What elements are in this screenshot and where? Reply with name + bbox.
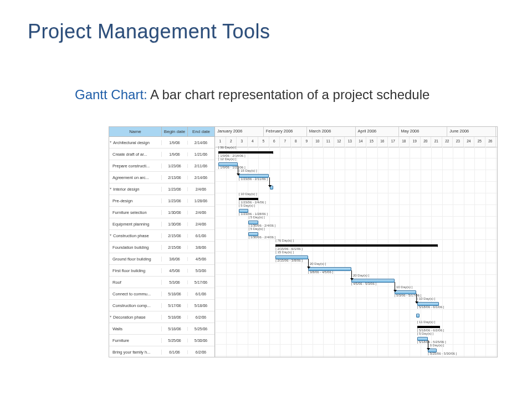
week-label: 24 [464,137,475,147]
table-row[interactable]: Pre-design1/23/061/28/06 [109,195,214,207]
table-row[interactable]: Bring your family h...6/1/066/2/06 [109,346,214,357]
week-label: 14 [356,137,367,147]
bar-duration-label: [ 11 Day(s) ] [417,320,436,324]
begin-date: 5/3/06 [162,280,188,284]
subtitle-lead: Gantt Chart: [75,87,147,102]
begin-date: 3/8/06 [162,257,188,261]
col-begin: Begin date [162,127,188,136]
end-date: 5/17/06 [188,280,214,284]
table-row[interactable]: Walls5/18/065/25/06 [109,323,214,335]
end-date: 6/1/06 [188,292,214,296]
task-bar-group: [ 5 Day(s) ][ 1/30/06 - 2/4/06 ] [215,217,497,228]
task-bar-group: [ 20 Day(s) ][ 3/8/06 - 4/5/06 ] [215,263,497,275]
month-label: June 2006 [447,127,496,136]
begin-date: 1/9/06 [162,141,188,145]
begin-date: 5/18/06 [162,327,188,331]
month-label: April 2006 [356,127,399,136]
begin-date: 5/18/06 [162,315,188,319]
week-label: 10 [313,137,324,147]
task-bar-group: [ 10 Day(s) ][ 5/3/06 - 5/17/06 ] [215,287,497,298]
begin-date: 6/1/06 [162,350,188,354]
table-row[interactable]: Prepare constructi...1/23/062/11/06 [109,160,214,172]
table-row[interactable]: Equipment planning1/30/062/4/06 [109,218,214,230]
table-row[interactable]: Furniture5/25/065/30/06 [109,335,214,346]
task-name: Construction phase [109,233,162,238]
table-row[interactable]: Create draft of ar...1/9/061/21/06 [109,149,214,160]
task-bar[interactable] [416,314,420,318]
bar-daterange-label: [ 5/25/06 - 5/30/06 ] [428,352,457,355]
gantt-bars-area: [ 36 Day(s) ][ 1/9/06 - 2/14/06 ][ 12 Da… [215,147,497,357]
dependency-arrow [269,177,270,187]
bar-duration-label: [ 20 Day(s) ] [308,262,326,265]
week-label: 25 [474,137,485,147]
begin-date: 1/23/06 [162,187,188,191]
week-label: 26 [485,137,497,147]
summary-bar-group: [ 11 Day(s) ][ 5/18/06 - 6/2/06 ] [215,321,497,333]
task-name: Furniture selection [109,210,162,215]
gantt-table: Name Begin date End date Architectural d… [109,127,215,357]
bar-duration-label: [ 5 Day(s) ] [239,204,255,207]
dependency-arrow [428,340,428,350]
task-name: Foundation building [109,245,162,250]
begin-date: 1/9/06 [162,152,188,156]
week-label: 6 [269,137,280,147]
end-date: 2/4/06 [188,211,214,214]
task-name: Construction comp... [109,303,162,308]
summary-bar[interactable] [218,151,273,154]
month-label: May 2006 [399,127,448,136]
begin-date: 1/23/06 [162,164,188,168]
week-label: 17 [388,137,399,147]
bar-daterange-label: [ 1/30/06 - 2/4/06 ] [248,236,275,239]
week-label: 15 [366,137,377,147]
dependency-arrow [238,166,238,175]
summary-bar[interactable] [239,198,258,200]
table-row[interactable]: First floor building4/5/065/3/06 [109,265,214,277]
begin-date: 2/15/06 [162,234,188,238]
bar-duration-label: [ 15 Day(s) ] [275,250,294,254]
table-row[interactable]: Architectural design1/9/062/14/06 [109,137,214,149]
bar-duration-label: [ 10 Day(s) ] [395,285,413,289]
summary-bar[interactable] [417,326,440,328]
task-bar-group: [ 15 Day(s) ][ 2/15/06 - 3/8/06 ] [215,252,497,263]
bar-duration-label: [ 20 Day(s) ] [351,274,370,277]
table-row[interactable]: Furniture selection1/30/062/4/06 [109,207,214,218]
week-label: 22 [442,137,453,147]
task-bar-group: [ 5 Day(s) ][ 1/23/06 - 1/28/06 ] [215,205,497,217]
end-date: 2/14/06 [188,141,214,145]
begin-date: 5/18/06 [162,292,188,296]
bar-daterange-label: [ 4/5/06 - 5/3/06 ] [351,282,376,285]
week-label: 5 [258,137,269,147]
week-label: 7 [280,137,291,147]
end-date: 4/5/06 [188,257,214,261]
table-row[interactable]: Interior design1/23/062/4/06 [109,183,214,195]
task-name: Pre-design [109,198,162,203]
task-bar-group: [ 3 Day(s) ][ 5/25/06 - 5/30/06 ] [215,345,497,356]
table-row[interactable]: Agreement on arc...2/13/062/14/06 [109,172,214,183]
table-row[interactable]: Connect to commu...5/18/066/1/06 [109,288,214,300]
week-label: 20 [421,137,432,147]
task-name: Architectural design [109,140,162,145]
table-row[interactable]: Ground floor building3/8/064/5/06 [109,253,214,265]
end-date: 2/4/06 [188,222,214,226]
task-bar-group: [ 15 Day(s) ][ 1/23/06 - 2/11/06 ] [215,170,497,182]
task-bar-group: [ 5 Day(s) ][ 1/30/06 - 2/4/06 ] [215,228,497,240]
bar-duration-label: [ 76 Day(s) ] [275,239,294,242]
table-row[interactable]: Construction phase2/15/066/1/06 [109,230,214,242]
week-label: 23 [453,137,464,147]
bar-daterange-label: [ 5/18/06 - 6/1/06 ] [417,305,444,309]
page-title: Project Management Tools [28,20,270,43]
table-row[interactable]: Decoration phase5/18/066/2/06 [109,311,214,323]
task-name: Decoration phase [109,315,162,320]
col-name: Name [109,127,162,136]
table-row[interactable]: Foundation building2/15/063/8/06 [109,242,214,253]
summary-bar[interactable] [275,244,438,247]
task-bar-group: [ 5 Day(s) ][ 5/18/06 - 5/25/06 ] [215,333,497,345]
subtitle: Gantt Chart: A bar chart representation … [75,86,463,104]
table-row[interactable]: Roof5/3/065/17/06 [109,277,214,288]
dependency-arrow [416,294,417,303]
end-date: 5/30/06 [188,339,214,342]
table-row[interactable]: Construction comp...5/17/065/18/06 [109,300,214,311]
end-date: 5/3/06 [188,269,214,273]
end-date: 6/2/06 [188,315,214,319]
week-label: 18 [399,137,410,147]
